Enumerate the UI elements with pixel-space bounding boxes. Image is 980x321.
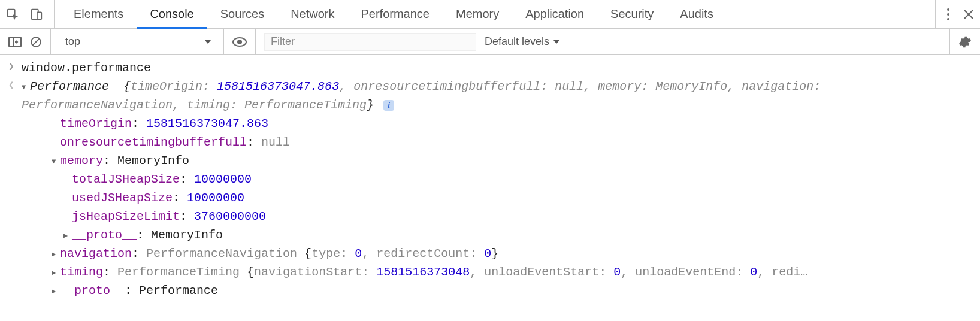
console-toolbar: top Default levels bbox=[0, 29, 980, 55]
tab-network[interactable]: Network bbox=[277, 1, 347, 29]
console-filter-input[interactable] bbox=[264, 33, 476, 51]
expand-toggle-icon[interactable]: ▶ bbox=[52, 249, 60, 261]
tab-audits[interactable]: Audits bbox=[667, 1, 727, 29]
prop-row-memory[interactable]: ▼memory: MemoryInfo bbox=[0, 152, 980, 170]
prop-row-memory-used[interactable]: ▶usedJSHeapSize: 10000000 bbox=[0, 189, 980, 207]
execution-context-selector[interactable]: top bbox=[59, 33, 215, 51]
svg-rect-2 bbox=[37, 12, 41, 19]
live-expression-icon[interactable] bbox=[232, 37, 247, 47]
tab-security[interactable]: Security bbox=[597, 1, 667, 29]
chevron-down-icon bbox=[204, 40, 211, 44]
prop-row-memory-limit[interactable]: ▶jsHeapSizeLimit: 3760000000 bbox=[0, 207, 980, 226]
object-summary[interactable]: ▼Performance {timeOrigin: 1581516373047.… bbox=[22, 77, 980, 114]
prop-row-memory-total[interactable]: ▶totalJSHeapSize: 10000000 bbox=[0, 170, 980, 189]
tab-sources[interactable]: Sources bbox=[207, 1, 277, 29]
svg-point-5 bbox=[947, 18, 949, 20]
console-output: ❯ window.performance ❮ ▼Performance {tim… bbox=[0, 55, 980, 302]
input-chevron-icon: ❯ bbox=[8, 59, 22, 75]
expand-toggle-icon[interactable]: ▶ bbox=[63, 231, 72, 242]
prop-row-timing[interactable]: ▶timing: PerformanceTiming {navigationSt… bbox=[0, 263, 980, 281]
tabs-left-icons bbox=[6, 0, 55, 28]
svg-point-4 bbox=[947, 13, 949, 16]
tab-performance[interactable]: Performance bbox=[348, 1, 443, 29]
expand-toggle-icon[interactable]: ▶ bbox=[52, 286, 60, 298]
console-settings-icon[interactable] bbox=[958, 35, 972, 49]
console-output-row[interactable]: ❮ ▼Performance {timeOrigin: 158151637304… bbox=[0, 77, 980, 114]
devtools-tabs-bar: Elements Console Sources Network Perform… bbox=[0, 0, 980, 29]
tab-elements[interactable]: Elements bbox=[61, 1, 137, 29]
clear-console-icon[interactable] bbox=[30, 36, 42, 48]
toolbar-divider bbox=[50, 29, 51, 54]
log-levels-selector[interactable]: Default levels bbox=[485, 35, 560, 48]
devtools-tabs: Elements Console Sources Network Perform… bbox=[55, 0, 935, 28]
prop-row-timeorigin[interactable]: ▶timeOrigin: 1581516373047.863 bbox=[0, 114, 980, 133]
info-badge-icon[interactable]: i bbox=[383, 100, 394, 111]
prop-row-proto[interactable]: ▶__proto__: Performance bbox=[0, 281, 980, 300]
console-input-row[interactable]: ❯ window.performance bbox=[0, 59, 980, 77]
expand-toggle-icon[interactable]: ▼ bbox=[52, 156, 60, 168]
tab-console[interactable]: Console bbox=[137, 1, 207, 29]
log-levels-label: Default levels bbox=[485, 35, 549, 48]
tab-memory[interactable]: Memory bbox=[443, 1, 512, 29]
toggle-device-icon[interactable] bbox=[30, 8, 43, 21]
expand-toggle-icon[interactable]: ▼ bbox=[22, 82, 30, 93]
toolbar-divider bbox=[255, 29, 256, 54]
prop-row-onresourcetimingbufferfull[interactable]: ▶onresourcetimingbufferfull: null bbox=[0, 133, 980, 152]
console-sidebar-toggle-icon[interactable] bbox=[8, 37, 22, 47]
kebab-menu-icon[interactable] bbox=[946, 8, 950, 21]
svg-point-3 bbox=[947, 8, 949, 11]
console-input-text: window.performance bbox=[22, 59, 980, 77]
svg-point-9 bbox=[237, 40, 242, 44]
toolbar-divider bbox=[949, 29, 950, 54]
inspect-element-icon[interactable] bbox=[6, 8, 19, 21]
tab-application[interactable]: Application bbox=[512, 1, 597, 29]
prop-row-navigation[interactable]: ▶navigation: PerformanceNavigation {type… bbox=[0, 244, 980, 263]
close-devtools-icon[interactable] bbox=[963, 9, 974, 20]
toolbar-divider bbox=[223, 29, 224, 54]
chevron-down-icon bbox=[553, 40, 560, 44]
tabs-right-icons bbox=[935, 0, 974, 28]
expand-toggle-icon[interactable]: ▶ bbox=[52, 268, 60, 279]
execution-context-label: top bbox=[65, 35, 80, 48]
prop-row-memory-proto[interactable]: ▶__proto__: MemoryInfo bbox=[0, 226, 980, 244]
output-chevron-icon: ❮ bbox=[8, 77, 22, 93]
object-type: Performance bbox=[30, 80, 109, 93]
